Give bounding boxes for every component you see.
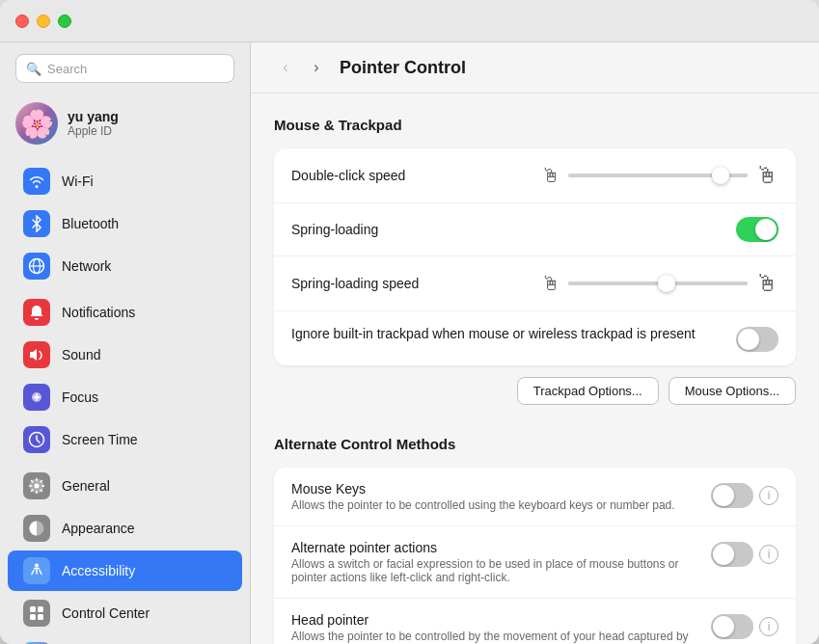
trackpad-mouse-buttons: Trackpad Options... Mouse Options...: [274, 365, 796, 409]
alternate-pointer-block: Alternate pointer actions Allows a switc…: [291, 540, 699, 584]
slider-icon-left: 🖱: [541, 165, 560, 187]
search-area: 🔍 Search: [0, 42, 250, 94]
titlebar: [0, 0, 819, 42]
setting-row-mouse-keys: Mouse Keys Allows the pointer to be cont…: [274, 468, 796, 526]
alternate-pointer-info[interactable]: i: [759, 545, 778, 564]
sidebar-item-accessibility[interactable]: Accessibility: [8, 550, 242, 591]
toggle-knob: [755, 219, 777, 240]
mouse-keys-info[interactable]: i: [759, 486, 778, 505]
sidebar-item-label: Bluetooth: [62, 216, 119, 231]
system-settings-window: 🔍 Search 🌸 yu yang Apple ID: [0, 0, 819, 644]
toggle-knob: [738, 329, 759, 350]
head-pointer-info[interactable]: i: [759, 617, 778, 636]
setting-row-ignore-trackpad: Ignore built-in trackpad when mouse or w…: [274, 311, 796, 365]
slider-icon-left: 🖱: [541, 273, 560, 295]
sidebar-item-controlcenter[interactable]: Control Center: [8, 593, 242, 633]
avatar: 🌸: [15, 102, 58, 145]
sidebar-item-general[interactable]: General: [8, 466, 242, 506]
bluetooth-icon: [23, 210, 50, 237]
mouse-keys-label: Mouse Keys: [291, 481, 699, 496]
sidebar-item-wifi[interactable]: Wi-Fi: [8, 161, 242, 201]
page-title: Pointer Control: [340, 58, 466, 78]
trackpad-options-button[interactable]: Trackpad Options...: [517, 377, 659, 405]
alternate-control-section: Alternate Control Methods Mouse Keys All…: [274, 436, 796, 644]
close-button[interactable]: [15, 14, 29, 28]
section-title-alternate: Alternate Control Methods: [274, 436, 796, 452]
setting-row-head-pointer: Head pointer Allows the pointer to be co…: [274, 599, 796, 644]
search-box[interactable]: 🔍 Search: [15, 54, 234, 83]
sidebar-item-notifications[interactable]: Notifications: [8, 292, 242, 333]
svg-rect-11: [30, 614, 36, 620]
sidebar-item-label: General: [62, 478, 110, 494]
sidebar-item-label: Appearance: [62, 521, 135, 536]
general-icon: [23, 472, 50, 499]
mouse-options-button[interactable]: Mouse Options...: [669, 377, 796, 405]
sidebar-item-siri[interactable]: Siri & Spotlight: [8, 635, 242, 644]
sidebar-item-label: Sound: [62, 347, 100, 362]
alternate-control-group: Mouse Keys Allows the pointer to be cont…: [274, 468, 796, 644]
spring-speed-slider[interactable]: [568, 282, 749, 285]
user-profile[interactable]: 🌸 yu yang Apple ID: [0, 94, 250, 156]
setting-row-spring-speed: Spring-loading speed 🖱 🖱: [274, 256, 796, 311]
spring-speed-label: Spring-loading speed: [291, 276, 530, 291]
appearance-icon: [23, 515, 50, 542]
mouse-trackpad-section: Mouse & Trackpad Double-click speed 🖱: [274, 117, 796, 409]
svg-rect-12: [38, 614, 43, 620]
minimize-button[interactable]: [37, 14, 50, 28]
maximize-button[interactable]: [58, 14, 71, 28]
setting-row-double-click: Double-click speed 🖱 🖱: [274, 148, 796, 203]
screentime-icon: [23, 426, 50, 453]
sidebar-item-screentime[interactable]: Screen Time: [8, 419, 242, 460]
content-area: 🔍 Search 🌸 yu yang Apple ID: [0, 42, 819, 644]
slider-icon-right: 🖱: [755, 162, 778, 189]
spring-loading-label: Spring-loading: [291, 222, 724, 237]
sidebar-item-label: Wi-Fi: [62, 174, 94, 189]
svg-point-3: [36, 396, 39, 399]
slider-thumb[interactable]: [712, 167, 729, 184]
focus-icon: [23, 384, 50, 411]
accessibility-icon: [23, 557, 50, 584]
mouse-keys-block: Mouse Keys Allows the pointer to be cont…: [291, 481, 699, 512]
svg-rect-10: [38, 606, 43, 612]
mouse-keys-toggle[interactable]: [711, 483, 753, 508]
spring-loading-toggle[interactable]: [736, 217, 778, 242]
toggle-knob: [713, 485, 734, 506]
search-icon: 🔍: [26, 62, 41, 76]
head-pointer-label: Head pointer: [291, 612, 699, 628]
back-button[interactable]: ‹: [274, 56, 297, 79]
wifi-icon: [23, 168, 50, 195]
sidebar-item-network[interactable]: Network: [8, 246, 242, 286]
head-pointer-toggle[interactable]: [711, 614, 753, 639]
spring-speed-slider-container: 🖱 🖱: [541, 270, 779, 297]
head-pointer-block: Head pointer Allows the pointer to be co…: [291, 612, 699, 644]
sidebar-item-label: Screen Time: [62, 432, 138, 447]
sidebar-item-appearance[interactable]: Appearance: [8, 508, 242, 549]
sidebar-item-label: Accessibility: [62, 563, 135, 578]
search-placeholder: Search: [47, 62, 87, 76]
svg-point-6: [35, 484, 40, 489]
mouse-trackpad-group: Double-click speed 🖱 🖱: [274, 148, 796, 365]
alternate-pointer-toggle[interactable]: [711, 542, 753, 567]
double-click-label: Double-click speed: [291, 168, 530, 183]
main-content: ‹ › Pointer Control Mouse & Trackpad Dou…: [251, 42, 819, 644]
sidebar-item-label: Notifications: [62, 305, 135, 320]
sidebar-item-label: Network: [62, 258, 111, 274]
ignore-trackpad-toggle[interactable]: [736, 327, 778, 352]
user-name: yu yang: [68, 109, 119, 124]
double-click-slider[interactable]: [568, 174, 749, 177]
mouse-keys-sublabel: Allows the pointer to be controlled usin…: [291, 498, 699, 512]
sidebar-item-focus[interactable]: Focus: [8, 377, 242, 417]
slider-icon-right: 🖱: [755, 270, 778, 297]
setting-row-alternate-pointer: Alternate pointer actions Allows a switc…: [274, 526, 796, 599]
sidebar-item-sound[interactable]: Sound: [8, 335, 242, 375]
user-info: yu yang Apple ID: [68, 109, 119, 138]
head-pointer-sublabel: Allows the pointer to be controlled by t…: [291, 630, 699, 644]
svg-rect-9: [30, 606, 36, 612]
slider-thumb[interactable]: [658, 275, 675, 292]
forward-button[interactable]: ›: [305, 56, 328, 79]
svg-point-8: [35, 564, 39, 568]
network-icon: [23, 253, 50, 280]
sidebar-item-label: Focus: [62, 389, 98, 405]
double-click-slider-container: 🖱 🖱: [541, 162, 779, 189]
sidebar-item-bluetooth[interactable]: Bluetooth: [8, 203, 242, 244]
